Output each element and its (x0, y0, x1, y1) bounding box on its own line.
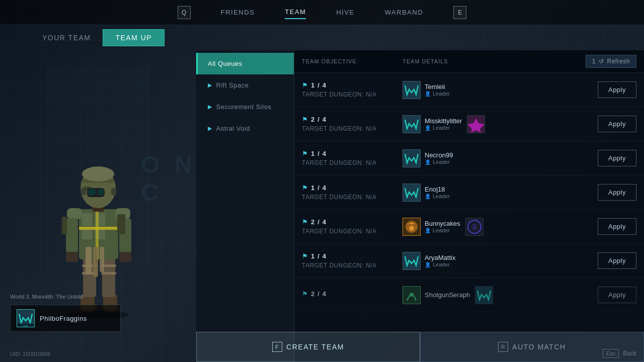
flag-icon: ⚑ (302, 116, 308, 123)
queue-item-rift-space[interactable]: ▶ Rift Space (196, 74, 294, 96)
nav-item-warband[interactable]: WARBAND (385, 6, 423, 19)
queue-label: Securement Silos (216, 103, 272, 111)
apply-button[interactable]: Apply (598, 287, 636, 303)
apply-button[interactable]: Apply (598, 81, 636, 98)
svg-point-36 (82, 166, 114, 182)
chevron-icon: ▶ (208, 104, 212, 110)
person-icon: 👤 (425, 159, 431, 165)
member-name-info: Enoj18 👤 Leader (425, 186, 450, 199)
slot-count-row: ⚑ 1 / 4 (302, 150, 403, 157)
team-row: ⚑ 1 / 4 TARGET DUNGEON: N/A (294, 175, 644, 210)
svg-rect-34 (81, 188, 86, 195)
team-details: Temleii 👤 Leader (403, 81, 598, 99)
refresh-button[interactable]: 1 ↺ Refresh (586, 55, 636, 68)
flag-icon: ⚑ (302, 184, 308, 192)
svg-rect-14 (82, 229, 92, 239)
svg-rect-32 (89, 189, 96, 195)
member-name-info: Temleii 👤 Leader (425, 83, 450, 97)
slot-max: 4 (323, 116, 326, 123)
tab-your-team[interactable]: YOUR TEAM (30, 30, 103, 46)
extra-member-avatar (467, 115, 485, 133)
flag-icon: ⚑ (302, 81, 308, 89)
esc-bar: Esc Back (603, 349, 636, 358)
queue-item-all-queues[interactable]: All Queues (196, 53, 294, 74)
queue-item-astral-void[interactable]: ▶ Astral Void (196, 118, 294, 139)
member-name-info: ShotgunSeraph (425, 291, 470, 299)
slot-count-row: ⚑ 1 / 4 (302, 252, 403, 260)
left-key[interactable]: Q (178, 6, 191, 19)
svg-rect-10 (101, 272, 116, 275)
character-panel: O N C (0, 50, 196, 362)
person-icon: 👤 (425, 194, 431, 199)
header-details: Team Details (403, 58, 586, 64)
nav-item-team[interactable]: TEAM (285, 6, 306, 19)
member-avatar (403, 218, 421, 236)
refresh-label: Refresh (607, 58, 630, 65)
nav-item-hive[interactable]: HIVE (336, 6, 354, 19)
member-name: Misskittylitter (425, 117, 462, 125)
member-name-info: Necron99 👤 Leader (425, 151, 453, 165)
queue-panel: All Queues ▶ Rift Space ▶ Securement Sil… (196, 50, 294, 362)
member-avatar (403, 252, 421, 270)
apply-button[interactable]: Apply (598, 116, 636, 132)
slot-separator: / (317, 184, 319, 192)
apply-button[interactable]: Apply (598, 184, 636, 201)
auto-key: R (498, 342, 508, 352)
member-name: Bunnycakes (425, 220, 460, 227)
queue-item-securement-silos[interactable]: ▶ Securement Silos (196, 96, 294, 118)
slot-count-row: ⚑ 2 / 4 (302, 290, 403, 298)
queue-label: Astral Void (216, 125, 251, 132)
uid-display: UID: 150010968 (10, 351, 50, 357)
member-name-info: Misskittylitter 👤 Leader (425, 117, 462, 131)
member-info: AryaMattix 👤 Leader (403, 252, 455, 270)
role-label: Leader (433, 125, 450, 131)
slot-count: 1 (311, 81, 314, 89)
svg-text:LVL: LVL (23, 324, 29, 327)
slot-max: 4 (323, 290, 326, 298)
team-details: Bunnycakes 👤 Leader ① (403, 218, 598, 236)
svg-rect-12 (82, 213, 92, 226)
member-name: ShotgunSeraph (425, 291, 470, 299)
svg-point-55 (410, 293, 414, 297)
slot-count-row: ⚑ 1 / 4 (302, 81, 403, 89)
team-row: ⚑ 1 / 4 TARGET DUNGEON: N/A (294, 244, 644, 278)
flag-icon: ⚑ (302, 150, 308, 157)
tab-bar: YOUR TEAM TEAM UP (0, 25, 644, 50)
team-rows-container: ⚑ 1 / 4 TARGET DUNGEON: N/A (294, 73, 644, 362)
team-objective: ⚑ 2 / 4 (302, 290, 403, 300)
team-row: ⚑ 1 / 4 TARGET DUNGEON: N/A (294, 141, 644, 175)
avatar: LVL (17, 309, 35, 327)
team-list-header: Team Objective Team Details 1 ↺ Refresh (294, 50, 644, 73)
create-team-button[interactable]: F CREATE TEAM (196, 332, 420, 362)
member-name: AryaMattix (425, 254, 455, 261)
slot-max: 4 (323, 252, 326, 260)
member-info: Necron99 👤 Leader (403, 149, 453, 167)
target-dungeon: TARGET DUNGEON: N/A (302, 194, 403, 201)
role-label: Leader (433, 261, 450, 267)
nav-item-friends[interactable]: FRIENDS (221, 6, 255, 19)
tab-team-up[interactable]: TEAM UP (103, 29, 165, 46)
bottom-bar: F CREATE TEAM R AUTO MATCH (196, 332, 644, 362)
target-dungeon: TARGET DUNGEON: N/A (302, 125, 403, 132)
member-role: 👤 Leader (425, 227, 460, 233)
create-key: F (272, 342, 282, 352)
person-icon: 👤 (425, 228, 431, 233)
apply-button[interactable]: Apply (598, 150, 636, 166)
right-key[interactable]: E (453, 6, 466, 19)
member-info: Misskittylitter 👤 Leader (403, 115, 462, 133)
apply-button[interactable]: Apply (598, 252, 636, 269)
member-avatar (403, 286, 421, 304)
auto-label: AUTO MATCH (512, 343, 566, 351)
slot-separator: / (317, 218, 319, 226)
chevron-icon: ▶ (208, 125, 212, 132)
esc-key[interactable]: Esc (603, 349, 619, 358)
team-details: AryaMattix 👤 Leader (403, 252, 598, 270)
slot-separator: / (317, 150, 319, 157)
member-info: ShotgunSeraph (403, 286, 470, 304)
member-avatar (403, 149, 421, 167)
svg-rect-26 (100, 247, 104, 272)
svg-rect-20 (66, 218, 78, 253)
apply-button[interactable]: Apply (598, 218, 636, 235)
slot-max: 4 (323, 150, 326, 157)
main-layout: O N C (0, 50, 644, 362)
